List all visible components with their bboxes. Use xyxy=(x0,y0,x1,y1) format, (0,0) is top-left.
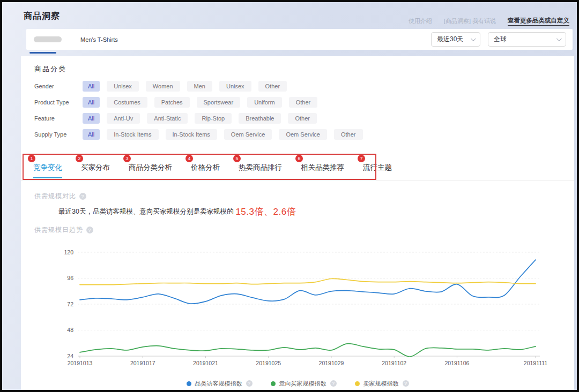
date-range-select[interactable]: 最近30天 xyxy=(431,32,480,47)
category-tab-bar: Men's T-Shirts 最近30天 全球 xyxy=(26,29,573,50)
x-axis-label: 20191013 xyxy=(68,360,93,366)
filter-pill[interactable]: Other xyxy=(334,129,363,140)
legend-item[interactable]: 品类访客规模指数? xyxy=(187,380,253,388)
help-icon[interactable]: ? xyxy=(403,380,409,387)
tab-item-1[interactable]: 1竞争变化 xyxy=(33,163,62,178)
region-select[interactable]: 全球 xyxy=(488,32,566,47)
summary-text: 最近30天，品类访客规模、意向买家规模分别是卖家规模的 15.3倍、2.6倍 xyxy=(58,206,296,218)
x-axis-label: 20191106 xyxy=(444,360,469,366)
tab-label: 相关品类推荐 xyxy=(301,163,344,171)
tab-item-3[interactable]: 3商品分类分析 xyxy=(129,163,172,178)
filter-pill-selected[interactable]: All xyxy=(83,113,100,124)
filter-pill[interactable]: Men xyxy=(187,81,212,92)
y-axis-label: 24 xyxy=(67,353,73,359)
annotation-badge-5: 5 xyxy=(233,155,241,162)
active-tab-underline xyxy=(29,52,56,54)
category-tab-redacted[interactable] xyxy=(34,36,62,42)
legend-label: 卖家规模指数 xyxy=(363,380,399,388)
tab-item-2[interactable]: 2买家分布 xyxy=(81,163,110,178)
app-window: 商品洞察 使用介绍[商品洞察] 我有话说查看更多品类或自定义 Men's T-S… xyxy=(0,0,579,392)
annotation-badge-6: 6 xyxy=(295,155,303,162)
annotation-badge-4: 4 xyxy=(185,155,193,162)
filter-pill[interactable]: Oem Service xyxy=(224,129,272,140)
tab-label: 价格分析 xyxy=(191,163,220,171)
header-link-2[interactable]: 查看更多品类或自定义 xyxy=(508,17,569,26)
filter-pill[interactable]: Costumes xyxy=(107,97,147,108)
filter-pill[interactable]: Anti-Uv xyxy=(107,113,140,124)
filter-pill[interactable]: Breathable xyxy=(239,113,281,124)
y-axis-label: 96 xyxy=(67,275,73,281)
tab-label: 竞争变化 xyxy=(33,163,62,171)
compare-section-title: 供需规模对比 ? xyxy=(34,192,86,201)
chevron-down-icon xyxy=(471,36,476,41)
legend-item[interactable]: 意向买家规模指数? xyxy=(271,380,337,388)
annotation-badge-1: 1 xyxy=(28,155,35,162)
header-link-0[interactable]: 使用介绍 xyxy=(409,17,432,25)
filter-pill[interactable]: Other xyxy=(288,113,317,124)
tab-label: 流行主题 xyxy=(363,163,392,171)
filters-title: 商品分类 xyxy=(34,64,66,74)
annotation-badge-2: 2 xyxy=(76,155,83,162)
trend-section-title: 供需规模日趋势 ? xyxy=(34,225,93,235)
help-icon[interactable]: ? xyxy=(246,380,253,387)
header-link-1[interactable]: [商品洞察] 我有话说 xyxy=(444,17,496,25)
chevron-down-icon xyxy=(556,36,562,41)
tab-label: 热卖商品排行 xyxy=(239,163,282,171)
tab-item-4[interactable]: 4价格分析 xyxy=(191,163,220,178)
filter-pill[interactable]: Sportswear xyxy=(197,97,241,108)
annotation-badge-7: 7 xyxy=(358,155,365,162)
filter-pill[interactable]: In-Stock Items xyxy=(166,129,217,140)
filter-pill[interactable]: Rip-Stop xyxy=(195,113,232,124)
series-line-intent-buyer-index xyxy=(80,344,536,357)
filter-pill-selected[interactable]: All xyxy=(83,97,100,108)
legend-label: 品类访客规模指数 xyxy=(195,380,242,388)
filter-pill[interactable]: Anti-Static xyxy=(147,113,188,124)
filter-pill[interactable]: Uniform xyxy=(247,97,282,108)
legend-item[interactable]: 卖家规模指数? xyxy=(355,380,409,388)
tab-item-6[interactable]: 6相关品类推荐 xyxy=(301,163,344,178)
tab-label: 商品分类分析 xyxy=(129,163,172,171)
tab-item-5[interactable]: 5热卖商品排行 xyxy=(239,163,282,178)
help-icon[interactable]: ? xyxy=(79,193,86,200)
y-axis-label: 48 xyxy=(67,327,73,333)
x-axis-label: 20191025 xyxy=(256,360,281,366)
filter-row: FeatureAllAnti-UvAnti-StaticRip-StopBrea… xyxy=(34,110,370,126)
legend-dot xyxy=(187,381,191,386)
trend-chart: 2448729612020191013201910172019102120191… xyxy=(37,238,573,371)
filter-row-label: Gender xyxy=(34,83,83,89)
filter-row: Product TypeAllCostumesPatchesSportswear… xyxy=(34,94,370,110)
help-icon[interactable]: ? xyxy=(330,380,337,387)
filter-row: Supply TypeAllIn-Stock ItemsIn-Stock Ite… xyxy=(34,126,370,142)
header-links: 使用介绍[商品洞察] 我有话说查看更多品类或自定义 xyxy=(409,17,569,26)
x-axis-label: 20191029 xyxy=(319,360,344,366)
filter-pill[interactable]: Other xyxy=(258,81,287,92)
filter-pill[interactable]: Patches xyxy=(154,97,190,108)
filter-pill[interactable]: Unisex xyxy=(107,81,139,92)
filter-pill[interactable]: Unisex xyxy=(219,81,251,92)
filter-pill-selected[interactable]: All xyxy=(83,129,100,140)
filter-row-label: Product Type xyxy=(34,99,83,105)
x-axis-label: 20191102 xyxy=(382,360,406,366)
filter-row: GenderAllUnisexWomenMenUnisexOther xyxy=(34,78,370,94)
filter-pill-selected[interactable]: All xyxy=(83,81,100,92)
x-axis-label: 20191111 xyxy=(524,360,548,366)
tab-label: 买家分布 xyxy=(81,163,110,171)
category-tab-label[interactable]: Men's T-Shirts xyxy=(80,36,118,43)
series-line-visitor-index xyxy=(80,260,536,304)
region-value: 全球 xyxy=(494,35,507,44)
legend-label: 意向买家规模指数 xyxy=(279,380,326,388)
y-axis-label: 120 xyxy=(64,249,73,255)
summary-highlight: 15.3倍、2.6倍 xyxy=(235,206,296,218)
main-panel: 商品分类 GenderAllUnisexWomenMenUnisexOtherP… xyxy=(21,56,574,390)
annotation-badge-3: 3 xyxy=(123,155,131,162)
date-range-value: 最近30天 xyxy=(437,35,463,44)
filter-pill[interactable]: In-Stock Items xyxy=(107,129,158,140)
filter-pill[interactable]: Women xyxy=(146,81,180,92)
help-icon[interactable]: ? xyxy=(86,227,93,233)
filter-pill[interactable]: Oem Service xyxy=(279,129,327,140)
tab-item-7[interactable]: 7流行主题 xyxy=(363,163,392,178)
series-line-seller-index xyxy=(80,278,536,284)
filter-pill[interactable]: Other xyxy=(289,97,318,108)
analysis-tabs: 1竞争变化2买家分布3商品分类分析4价格分析5热卖商品排行6相关品类推荐7流行主… xyxy=(33,163,392,178)
filter-row-label: Feature xyxy=(34,115,83,122)
